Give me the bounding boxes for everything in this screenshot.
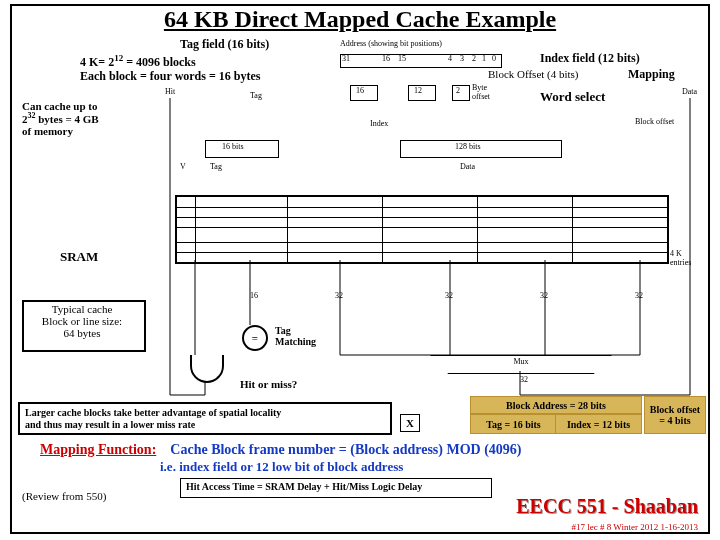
index-label: Index <box>370 120 388 129</box>
block-addr-tag: Tag = 16 bits <box>470 414 557 434</box>
footer-sub: #17 lec # 8 Winter 2012 1-16-2013 <box>572 522 698 532</box>
bit3: 3 <box>460 55 464 64</box>
blocks-a: 4 K= 2 <box>80 55 114 69</box>
hit-label: Hit <box>165 88 175 97</box>
bits16-lbl: 16 bits <box>222 143 244 152</box>
w16-out: 16 <box>250 292 258 301</box>
x-box: X <box>400 414 420 432</box>
tag-field-label: Tag field (16 bits) <box>180 38 269 51</box>
w32d: 32 <box>635 292 643 301</box>
mf-rest: Cache Block frame number = (Block addres… <box>170 442 521 457</box>
mux: Mux <box>430 355 612 374</box>
sl-l2: and thus may result in a lower miss rate <box>25 419 195 430</box>
box12 <box>408 85 436 101</box>
blocks-sup: 12 <box>114 53 123 63</box>
ba-off: Block offset = 4 bits <box>650 404 700 426</box>
ba-row1: Block Address = 28 bits <box>506 400 606 411</box>
course-logo: EECC 551 - Shaaban <box>516 495 698 518</box>
cc-c: bytes = 4 GB <box>36 113 99 125</box>
page-title: 64 KB Direct Mapped Cache Example <box>0 6 720 33</box>
sram-label: SRAM <box>60 250 98 264</box>
mux-label: Mux <box>513 357 528 366</box>
lbl12: 12 <box>414 87 422 96</box>
bit15: 15 <box>398 55 406 64</box>
bit4: 4 <box>448 55 452 64</box>
sram-entries: 4 K entries <box>670 250 691 268</box>
sram-array <box>175 195 669 264</box>
mf-label: Mapping Function: <box>40 442 156 457</box>
mapping-sub: i.e. index field or 12 low bit of block … <box>160 460 403 474</box>
block-addr-off: Block offset = 4 bits <box>644 396 706 434</box>
box2 <box>452 85 470 101</box>
bits128-lbl: 128 bits <box>455 143 481 152</box>
mapping-function-line: Mapping Function: Cache Block frame numb… <box>40 442 522 457</box>
w32b: 32 <box>445 292 453 301</box>
bit-box <box>340 54 502 68</box>
spatial-locality-note: Larger cache blocks take better advantag… <box>18 402 392 435</box>
bit16: 16 <box>382 55 390 64</box>
cc-d: of memory <box>22 125 73 137</box>
word-select: Word select <box>540 90 605 104</box>
can-cache: Can cache up to 232 bytes = 4 GB of memo… <box>22 100 99 137</box>
ba-idx: Index = 12 bits <box>567 419 630 430</box>
index-field-label: Index field (12 bits) <box>540 52 640 65</box>
lbl16: 16 <box>356 87 364 96</box>
v-header: V <box>180 163 186 172</box>
bit2: 2 <box>472 55 476 64</box>
block-addr-top: Block Address = 28 bits <box>470 396 642 414</box>
box16 <box>350 85 378 101</box>
bits128-box <box>400 140 562 158</box>
cc-sup: 32 <box>28 111 36 120</box>
each-block: Each block = four words = 16 bytes <box>80 70 260 83</box>
w32a: 32 <box>335 292 343 301</box>
hit-access: Hit Access Time = SRAM Delay + Hit/Miss … <box>186 481 422 492</box>
bit0: 0 <box>492 55 496 64</box>
mux-out-32: 32 <box>520 376 528 385</box>
w32c: 32 <box>540 292 548 301</box>
bit31: 31 <box>342 55 350 64</box>
tag-header2: Tag <box>210 163 222 172</box>
block-addr-idx: Index = 12 bits <box>555 414 642 434</box>
ba-tag: Tag = 16 bits <box>486 419 541 430</box>
mapping-label: Mapping <box>628 68 675 81</box>
eq-icon: = <box>252 332 258 344</box>
lbl2: 2 <box>456 87 460 96</box>
sl-l1: Larger cache blocks take better advantag… <box>25 407 281 418</box>
hit-or-miss: Hit or miss? <box>240 378 297 390</box>
comparator: = <box>242 325 268 351</box>
blocks-b: = 4096 blocks <box>126 55 196 69</box>
bit1: 1 <box>482 55 486 64</box>
block-offset2: Block offset <box>635 118 674 127</box>
typical-block: Typical cache Block or line size: 64 byt… <box>28 303 136 339</box>
tag-label: Tag <box>250 92 262 101</box>
data-label-right: Data <box>682 88 697 97</box>
block-offset-label: Block Offset (4 bits) <box>488 68 579 80</box>
address-caption: Address (showing bit positions) <box>340 40 442 49</box>
data-header2: Data <box>460 163 475 172</box>
byte-offset: Byte offset <box>472 84 490 102</box>
blocks-count: 4 K= 212 = 4096 blocks <box>80 54 196 69</box>
x-label: X <box>406 417 414 429</box>
tag-matching: Tag Matching <box>275 325 316 347</box>
review-note: (Review from 550) <box>22 490 106 502</box>
